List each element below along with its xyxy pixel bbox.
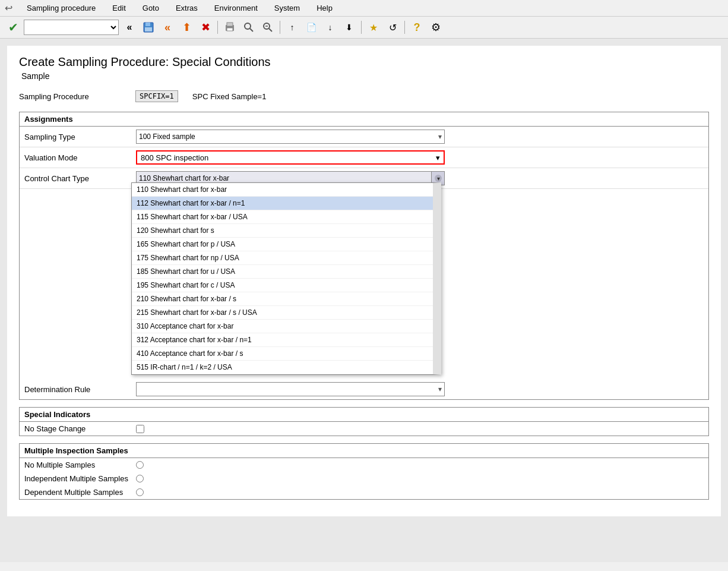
no-multiple-label: No Multiple Samples bbox=[24, 460, 131, 469]
independent-multiple-radio[interactable] bbox=[136, 475, 144, 482]
menu-system[interactable]: System bbox=[272, 2, 302, 14]
main-content: Create Sampling Procedure: Special Condi… bbox=[0, 39, 728, 562]
independent-multiple-label: Independent Multiple Samples bbox=[24, 474, 131, 483]
svg-rect-1 bbox=[145, 23, 150, 26]
svg-text:▾: ▾ bbox=[436, 175, 439, 182]
rewind-button[interactable]: « bbox=[121, 19, 138, 36]
svg-point-6 bbox=[245, 23, 251, 29]
find-button[interactable] bbox=[240, 19, 257, 36]
back-button[interactable]: « bbox=[159, 19, 176, 36]
sampling-type-label: Sampling Type bbox=[24, 133, 131, 141]
settings-button[interactable]: ⚙ bbox=[428, 19, 444, 36]
menu-environment[interactable]: Environment bbox=[212, 2, 260, 14]
dropdown-item-120[interactable]: 120 Shewhart chart for s bbox=[132, 224, 433, 238]
dropdown-item-175[interactable]: 175 Shewhart chart for np / USA bbox=[132, 251, 433, 265]
control-chart-dropdown: 110 Shewhart chart for x-bar112 Shewhart… bbox=[131, 182, 441, 375]
menu-goto[interactable]: Goto bbox=[140, 2, 162, 14]
checkmark-button[interactable]: ✔ bbox=[5, 19, 21, 36]
special-indicators-section: Special Indicators No Stage Change bbox=[19, 407, 709, 436]
svg-line-7 bbox=[250, 29, 253, 31]
no-stage-change-checkbox[interactable] bbox=[136, 425, 144, 433]
app-icon: ↩ bbox=[5, 2, 12, 14]
move-down-button[interactable]: ↓ bbox=[322, 19, 338, 36]
toolbar-dropdown[interactable] bbox=[24, 20, 119, 35]
dropdown-item-112[interactable]: 112 Shewhart chart for x-bar / n=1 bbox=[132, 197, 433, 210]
sampling-type-text: 100 Fixed sample bbox=[139, 133, 195, 141]
dependent-multiple-radio[interactable] bbox=[136, 488, 144, 496]
dropdown-item-195[interactable]: 195 Shewhart chart for c / USA bbox=[132, 279, 433, 292]
sampling-type-arrow: ▾ bbox=[438, 133, 442, 141]
sp-desc: SPC Fixed Sample=1 bbox=[192, 92, 267, 101]
sampling-type-value: 100 Fixed sample ▾ bbox=[136, 130, 704, 144]
menu-bar: ↩ Sampling procedure Edit Goto Extras En… bbox=[0, 0, 728, 17]
determination-rule-arrow: ▾ bbox=[438, 385, 442, 393]
cct-text: 110 Shewhart chart for x-bar bbox=[137, 174, 431, 182]
valuation-mode-select[interactable]: 800 SPC inspection ▾ bbox=[136, 150, 445, 165]
determination-rule-row: Determination Rule ▾ bbox=[20, 379, 708, 399]
determination-rule-value: ▾ bbox=[136, 382, 704, 396]
dropdown-item-215[interactable]: 215 Shewhart chart for x-bar / s / USA bbox=[132, 306, 433, 320]
dropdown-item-515[interactable]: 515 IR-chart / n=1 / k=2 / USA bbox=[132, 361, 433, 374]
multiple-inspection-section: Multiple Inspection Samples No Multiple … bbox=[19, 443, 709, 500]
svg-rect-5 bbox=[227, 28, 233, 31]
dependent-multiple-row: Dependent Multiple Samples bbox=[20, 485, 708, 499]
move-up-button[interactable]: ↑ bbox=[284, 19, 300, 36]
no-multiple-radio[interactable] bbox=[136, 461, 144, 469]
dropdown-item-310[interactable]: 310 Acceptance chart for x-bar bbox=[132, 320, 433, 333]
independent-multiple-row: Independent Multiple Samples bbox=[20, 472, 708, 485]
copy-button[interactable]: 📄 bbox=[303, 19, 319, 36]
save-button[interactable] bbox=[140, 19, 157, 36]
svg-rect-4 bbox=[227, 23, 233, 26]
assignments-header: Assignments bbox=[20, 112, 708, 127]
multiple-inspection-header: Multiple Inspection Samples bbox=[20, 444, 708, 458]
no-stage-change-row: No Stage Change bbox=[20, 422, 708, 436]
sampling-type-row: Sampling Type 100 Fixed sample ▾ bbox=[20, 127, 708, 147]
separator-3 bbox=[361, 21, 362, 34]
sampling-procedure-row: Sampling Procedure SPCFIX=1 SPC Fixed Sa… bbox=[19, 90, 709, 102]
up-button[interactable]: ⬆ bbox=[178, 19, 195, 36]
no-stage-change-label: No Stage Change bbox=[24, 424, 131, 433]
separator-1 bbox=[217, 21, 218, 34]
dropdown-item-410[interactable]: 410 Acceptance chart for x-bar / s bbox=[132, 347, 433, 361]
menu-extras[interactable]: Extras bbox=[173, 2, 200, 14]
valuation-mode-arrow: ▾ bbox=[436, 153, 440, 162]
inner-content: Create Sampling Procedure: Special Condi… bbox=[7, 46, 721, 516]
toolbar: ✔ « « ⬆ ✖ ↑ 📄 ↓ ⬇ ★ ↺ ? ⚙ bbox=[0, 17, 728, 39]
menu-sampling-procedure[interactable]: Sampling procedure bbox=[24, 2, 98, 14]
control-chart-type-row: Control Chart Type 110 Shewhart chart fo… bbox=[20, 168, 708, 189]
refresh-button[interactable]: ↺ bbox=[384, 19, 401, 36]
help-button[interactable]: ? bbox=[409, 19, 425, 36]
page-title: Create Sampling Procedure: Special Condi… bbox=[19, 55, 709, 69]
control-chart-type-label: Control Chart Type bbox=[24, 174, 131, 183]
svg-rect-2 bbox=[145, 27, 152, 31]
find2-button[interactable] bbox=[259, 19, 276, 36]
sp-label: Sampling Procedure bbox=[19, 92, 126, 101]
dropdown-item-312[interactable]: 312 Acceptance chart for x-bar / n=1 bbox=[132, 333, 433, 347]
move-down2-button[interactable]: ⬇ bbox=[341, 19, 357, 36]
sampling-type-select[interactable]: 100 Fixed sample ▾ bbox=[136, 130, 445, 144]
dropdown-scroll[interactable]: 110 Shewhart chart for x-bar112 Shewhart… bbox=[132, 183, 433, 374]
dropdown-item-110[interactable]: 110 Shewhart chart for x-bar bbox=[132, 183, 433, 197]
print-button[interactable] bbox=[221, 19, 238, 36]
separator-2 bbox=[280, 21, 280, 34]
dropdown-item-210[interactable]: 210 Shewhart chart for x-bar / s bbox=[132, 292, 433, 306]
menu-edit[interactable]: Edit bbox=[110, 2, 128, 14]
page-subtitle: Sample bbox=[21, 71, 709, 81]
separator-4 bbox=[404, 21, 405, 34]
no-multiple-samples-row: No Multiple Samples bbox=[20, 458, 708, 472]
valuation-mode-value: 800 SPC inspection ▾ bbox=[136, 150, 704, 165]
dropdown-item-185[interactable]: 185 Shewhart chart for u / USA bbox=[132, 265, 433, 279]
assignments-section: Assignments Sampling Type 100 Fixed samp… bbox=[19, 112, 709, 400]
sp-code: SPCFIX=1 bbox=[135, 90, 178, 102]
cancel-button[interactable]: ✖ bbox=[197, 19, 214, 36]
valuation-mode-label: Valuation Mode bbox=[24, 153, 131, 162]
special-indicators-header: Special Indicators bbox=[20, 408, 708, 422]
star-button[interactable]: ★ bbox=[365, 19, 382, 36]
dropdown-item-165[interactable]: 165 Shewhart chart for p / USA bbox=[132, 238, 433, 251]
dropdown-item-115[interactable]: 115 Shewhart chart for x-bar / USA bbox=[132, 210, 433, 224]
valuation-mode-text: 800 SPC inspection bbox=[141, 153, 208, 162]
determination-rule-select[interactable]: ▾ bbox=[136, 382, 445, 396]
menu-help[interactable]: Help bbox=[314, 2, 335, 14]
svg-line-9 bbox=[269, 29, 272, 31]
dependent-multiple-label: Dependent Multiple Samples bbox=[24, 488, 131, 497]
